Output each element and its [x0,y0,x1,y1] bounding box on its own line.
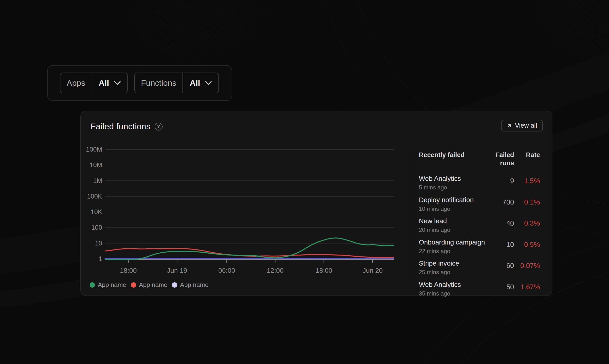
x-axis-tick-label: Jun 20 [351,267,394,274]
failed-runs-value: 700 [481,196,514,217]
failure-rate-value: 0.3% [514,217,540,238]
legend-dot-icon [90,282,95,288]
failed-time: 20 mins ago [419,226,481,234]
help-glyph: ? [157,124,160,129]
table-row[interactable]: Onboarding campaign 22 mins ago 10 0.5% [419,238,540,260]
legend-label: App name [98,281,126,288]
chart-plot [105,149,394,264]
legend-item[interactable]: App name [90,281,126,288]
y-axis-tick-label: 10 [81,239,102,247]
apps-filter-selected: All [99,78,109,88]
x-axis-tick-label: Jun 19 [156,267,199,274]
failed-functions-card: Failed functions ? View all 100M10M1M100… [80,111,553,296]
col-header-failed-runs: Failed runs [481,151,514,167]
y-axis-tick-label: 10M [81,161,102,169]
chevron-down-icon [205,81,212,85]
y-axis-tick-label: 1M [81,177,102,185]
y-axis-tick-label: 100K [81,193,102,200]
y-axis-tick-label: 1 [81,255,102,263]
x-axis-tick-label: 06:00 [205,267,248,274]
help-icon[interactable]: ? [155,123,163,130]
legend-dot-icon [131,282,136,288]
table-row[interactable]: New lead 20 mins ago 40 0.3% [419,217,540,238]
legend-dot-icon [172,282,177,288]
filter-bar: Apps All Functions All [47,65,232,101]
failed-time: 5 mins ago [419,184,481,191]
table-header-row: Recently failed Failed runs Rate [419,151,540,167]
functions-filter-selected: All [190,78,200,88]
failed-runs-value: 50 [481,281,514,302]
failure-rate-value: 0.07% [514,259,540,281]
failed-time: 10 mins ago [419,205,481,212]
col-header-rate: Rate [514,151,540,167]
failed-runs-value: 40 [481,217,514,238]
y-axis-tick-label: 10K [81,208,102,216]
view-all-label: View all [515,122,537,129]
failed-runs-value: 10 [481,238,514,260]
card-title: Failed functions [91,122,151,131]
failed-time: 25 mins ago [419,269,481,276]
apps-filter-label: Apps [60,73,92,93]
failure-rate-value: 0.1% [514,196,540,217]
table-row[interactable]: Deploy notification 10 mins ago 700 0.1% [419,196,540,217]
legend-label: App name [180,281,208,288]
function-name: Web Analytics [419,281,481,289]
failed-runs-value: 9 [481,175,514,196]
failure-rate-value: 0.5% [514,238,540,260]
col-header-recently-failed: Recently failed [419,151,481,167]
view-all-button[interactable]: View all [501,120,543,131]
card-header: Failed functions ? [91,122,163,131]
panel-divider [410,146,410,286]
function-name: Stripe invoice [419,259,481,268]
apps-filter-dropdown[interactable]: Apps All [60,73,128,93]
functions-filter-value: All [182,73,218,93]
table-row[interactable]: Web Analytics 5 mins ago 9 1.5% [419,175,540,196]
x-axis-tick-label: 18:00 [302,267,346,274]
y-axis-tick-label: 100M [81,146,102,153]
function-name: Web Analytics [419,175,481,183]
external-link-arrow-icon [507,123,512,128]
legend-label: App name [139,281,167,288]
function-name: New lead [419,217,481,225]
legend-item[interactable]: App name [172,281,208,288]
apps-filter-value: All [92,73,127,93]
table-row[interactable]: Stripe invoice 25 mins ago 60 0.07% [419,259,540,281]
x-axis-tick-label: 12:00 [254,267,297,274]
y-axis-tick-label: 100 [81,224,102,231]
function-name: Deploy notification [419,196,481,204]
failure-rate-value: 1.5% [514,175,540,196]
chart-legend: App nameApp nameApp name [90,281,208,288]
failed-time: 35 mins ago [419,290,481,297]
function-name: Onboarding campaign [419,238,481,247]
legend-item[interactable]: App name [131,281,167,288]
chevron-down-icon [114,81,121,85]
table-row[interactable]: Web Analytics 35 mins ago 50 1.67% [419,281,540,302]
functions-filter-dropdown[interactable]: Functions All [134,73,219,93]
failure-rate-value: 1.67% [514,281,540,302]
failed-time: 22 mins ago [419,248,481,255]
failed-runs-value: 60 [481,259,514,281]
functions-filter-label: Functions [135,73,182,93]
x-axis-tick-label: 18:00 [107,267,150,274]
recently-failed-table: Recently failed Failed runs Rate Web Ana… [419,151,540,302]
dashboard-screen: Apps All Functions All Failed functions … [0,0,609,364]
